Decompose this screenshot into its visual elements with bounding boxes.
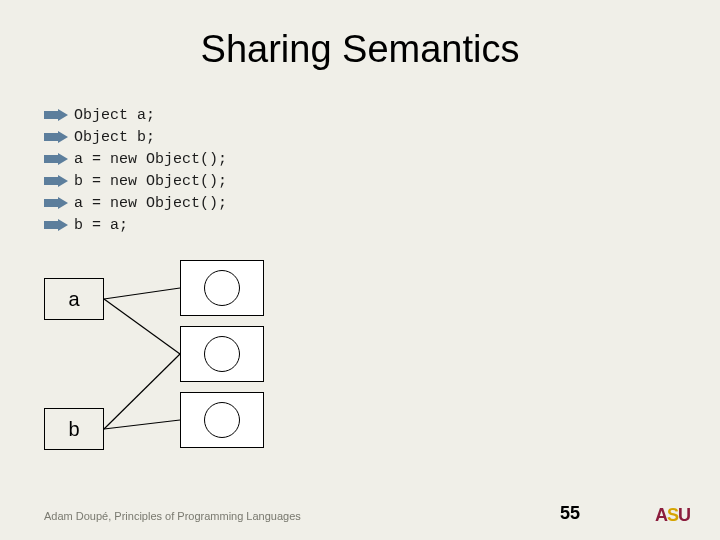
heap-object [180,326,264,382]
var-box-b: b [44,408,104,450]
var-label: b [68,418,79,441]
bullet-arrow-icon [44,131,68,143]
footer-author: Adam Doupé, Principles of Programming La… [44,510,301,522]
object-circle-icon [204,402,240,438]
page-number: 55 [560,503,580,524]
code-line: Object b; [44,126,227,148]
logo-asu: ASU [655,505,690,526]
svg-line-3 [104,354,180,429]
svg-line-1 [104,299,180,354]
var-box-a: a [44,278,104,320]
bullet-arrow-icon [44,197,68,209]
object-circle-icon [204,270,240,306]
code-text: a = new Object(); [74,195,227,212]
footer: Adam Doupé, Principles of Programming La… [44,510,690,522]
code-line: a = new Object(); [44,192,227,214]
code-block: Object a; Object b; a = new Object(); b … [44,104,227,236]
slide-title: Sharing Semantics [0,0,720,71]
var-label: a [68,288,79,311]
code-text: a = new Object(); [74,151,227,168]
heap-object [180,260,264,316]
bullet-arrow-icon [44,219,68,231]
code-text: b = new Object(); [74,173,227,190]
code-line: b = a; [44,214,227,236]
code-text: Object b; [74,129,155,146]
code-text: Object a; [74,107,155,124]
code-text: b = a; [74,217,128,234]
bullet-arrow-icon [44,175,68,187]
svg-line-2 [104,420,180,429]
code-line: Object a; [44,104,227,126]
code-line: a = new Object(); [44,148,227,170]
bullet-arrow-icon [44,109,68,121]
pointer-diagram: a b [44,260,304,470]
code-line: b = new Object(); [44,170,227,192]
heap-object [180,392,264,448]
svg-line-0 [104,288,180,299]
bullet-arrow-icon [44,153,68,165]
object-circle-icon [204,336,240,372]
